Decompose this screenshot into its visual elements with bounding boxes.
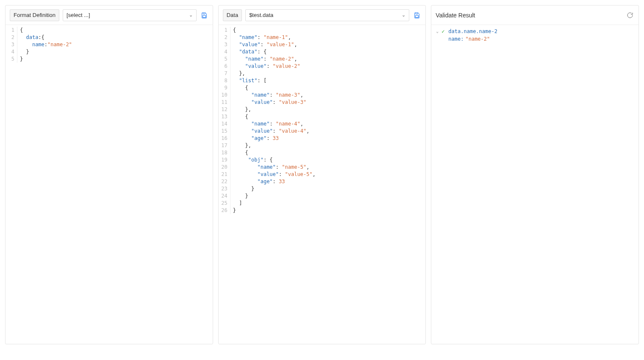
code-line[interactable]: 17 }, <box>219 142 426 149</box>
validate-result-panel: Validate Result ⌄✓ data.name.name-2name:… <box>431 5 639 344</box>
line-content: "value": "value-4", <box>230 128 310 135</box>
line-content: }, <box>230 70 245 77</box>
line-number: 18 <box>219 149 230 156</box>
result-panel-header: Validate Result <box>431 6 638 25</box>
code-line[interactable]: 22 "age": 33 <box>219 178 426 185</box>
line-content: "data": { <box>230 48 267 56</box>
line-number: 20 <box>219 164 230 171</box>
code-line[interactable]: 25 ] <box>219 200 426 207</box>
code-line[interactable]: 4 } <box>6 48 213 56</box>
code-line[interactable]: 13 { <box>219 113 426 120</box>
line-number: 24 <box>219 193 230 200</box>
code-line[interactable]: 14 "name": "name-4", <box>219 120 426 128</box>
code-line[interactable]: 6 "value": "value-2" <box>219 63 426 70</box>
code-line[interactable]: 2 data:{ <box>6 34 213 41</box>
line-number: 6 <box>219 63 230 70</box>
code-line[interactable]: 19 "obj": { <box>219 156 426 164</box>
sync-button[interactable] <box>626 11 634 20</box>
save-icon <box>201 12 208 19</box>
code-line[interactable]: 7 }, <box>219 70 426 77</box>
line-number: 15 <box>219 128 230 135</box>
line-number: 16 <box>219 135 230 142</box>
line-number: 14 <box>219 120 230 128</box>
data-select[interactable]: $test.data ⌄ <box>245 9 409 21</box>
line-content: } <box>230 193 248 200</box>
code-line[interactable]: 23 } <box>219 185 426 193</box>
line-content: }, <box>230 106 251 113</box>
line-number: 17 <box>219 142 230 149</box>
code-line[interactable]: 5 "name": "name-2", <box>219 56 426 63</box>
format-definition-panel: Format Definition [select ...] ⌄ 1{2 dat… <box>5 5 213 344</box>
chevron-down-icon[interactable]: ⌄ <box>435 28 440 35</box>
save-icon <box>414 12 420 19</box>
code-line[interactable]: 12 }, <box>219 106 426 113</box>
code-line[interactable]: 1{ <box>6 27 213 34</box>
line-content: { <box>17 27 23 34</box>
result-title: Validate Result <box>436 10 475 20</box>
code-line[interactable]: 10 "name": "name-3", <box>219 92 426 99</box>
svg-rect-0 <box>203 15 205 17</box>
line-number: 19 <box>219 156 230 164</box>
line-content: "value": "value-3" <box>230 99 306 106</box>
code-line[interactable]: 16 "age": 33 <box>219 135 426 142</box>
line-number: 8 <box>219 77 230 84</box>
code-line[interactable]: 1{ <box>219 27 426 34</box>
code-line[interactable]: 24 } <box>219 193 426 200</box>
line-content: } <box>230 207 236 214</box>
check-icon: ✓ <box>441 28 447 35</box>
format-panel-header: Format Definition [select ...] ⌄ <box>6 6 213 25</box>
data-select-text: $test.data <box>249 12 273 18</box>
line-content: "list": [ <box>230 77 267 84</box>
line-number: 3 <box>6 41 17 48</box>
code-line[interactable]: 26} <box>219 207 426 214</box>
code-line[interactable]: 18 { <box>219 149 426 156</box>
result-detail-value: "name-2" <box>465 36 490 42</box>
data-editor[interactable]: 1{2 "name": "name-1",3 "value": "value-1… <box>219 25 426 344</box>
line-number: 22 <box>219 178 230 185</box>
save-format-button[interactable] <box>200 11 208 20</box>
line-number: 25 <box>219 200 230 207</box>
line-number: 11 <box>219 99 230 106</box>
code-line[interactable]: 3 "value": "value-1", <box>219 41 426 48</box>
line-number: 5 <box>6 56 17 63</box>
code-line[interactable]: 11 "value": "value-3" <box>219 99 426 106</box>
line-content: "name": "name-2", <box>230 56 297 63</box>
line-number: 26 <box>219 207 230 214</box>
code-line[interactable]: 9 { <box>219 84 426 92</box>
code-line[interactable]: 20 "name": "name-5", <box>219 164 426 171</box>
line-content: } <box>230 185 255 193</box>
code-line[interactable]: 21 "value": "value-5", <box>219 171 426 178</box>
line-content: ] <box>230 200 242 207</box>
code-line[interactable]: 4 "data": { <box>219 48 426 56</box>
chevron-down-icon: ⌄ <box>189 12 193 18</box>
chevron-down-icon: ⌄ <box>402 12 405 18</box>
line-content: "name": "name-1", <box>230 34 291 41</box>
data-panel-header: Data $test.data ⌄ <box>219 6 426 25</box>
line-content: } <box>17 56 23 63</box>
code-line[interactable]: 5} <box>6 56 213 63</box>
line-content: { <box>230 113 248 120</box>
code-line[interactable]: 3 name:"name-2" <box>6 41 213 48</box>
line-content: "age": 33 <box>230 135 279 142</box>
code-line[interactable]: 8 "list": [ <box>219 77 426 84</box>
line-number: 2 <box>6 34 17 41</box>
result-detail: name: "name-2" <box>435 35 635 43</box>
result-path: data.name.name-2 <box>448 28 497 35</box>
line-content: { <box>230 149 248 156</box>
svg-rect-1 <box>416 15 419 17</box>
data-panel: Data $test.data ⌄ 1{2 "name": "name-1",3… <box>218 5 426 344</box>
line-number: 10 <box>219 92 230 99</box>
result-item[interactable]: ⌄✓ data.name.name-2 <box>435 28 635 35</box>
line-number: 9 <box>219 84 230 92</box>
line-content: { <box>230 27 236 34</box>
line-number: 12 <box>219 106 230 113</box>
data-label: Data <box>223 9 242 21</box>
format-select[interactable]: [select ...] ⌄ <box>63 9 197 21</box>
save-data-button[interactable] <box>413 11 421 20</box>
code-line[interactable]: 2 "name": "name-1", <box>219 34 426 41</box>
format-editor[interactable]: 1{2 data:{3 name:"name-2"4 }5} <box>6 25 213 344</box>
line-number: 4 <box>6 48 17 56</box>
line-content: }, <box>230 142 251 149</box>
code-line[interactable]: 15 "value": "value-4", <box>219 128 426 135</box>
line-content: name:"name-2" <box>17 41 72 48</box>
